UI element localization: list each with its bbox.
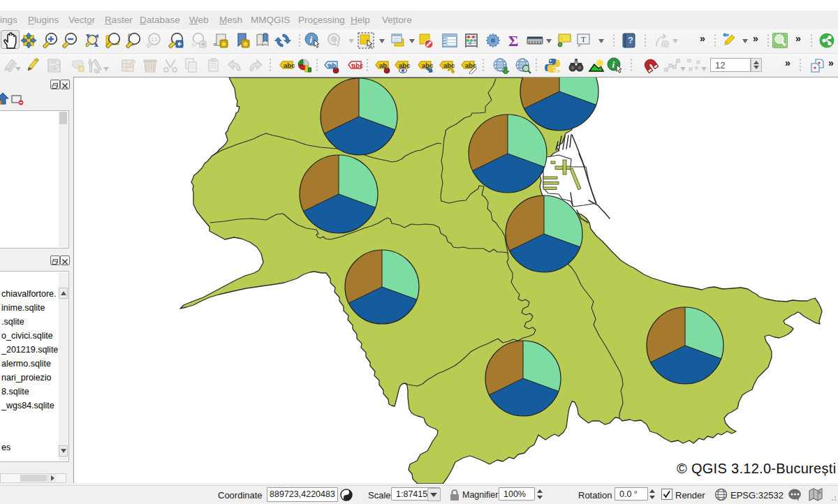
- svg-text:>: >: [557, 68, 560, 74]
- svg-text:i: i: [612, 59, 615, 70]
- svg-text:abc: abc: [443, 61, 455, 69]
- svg-text:abc: abc: [352, 61, 363, 69]
- svg-text:T: T: [581, 35, 586, 43]
- svg-text:1:1: 1:1: [151, 37, 158, 42]
- svg-text:Σ: Σ: [508, 32, 518, 49]
- svg-text:abc: abc: [284, 61, 295, 69]
- svg-text:i: i: [310, 34, 313, 45]
- svg-text:abc: abc: [399, 61, 410, 69]
- svg-text:?: ?: [628, 35, 633, 45]
